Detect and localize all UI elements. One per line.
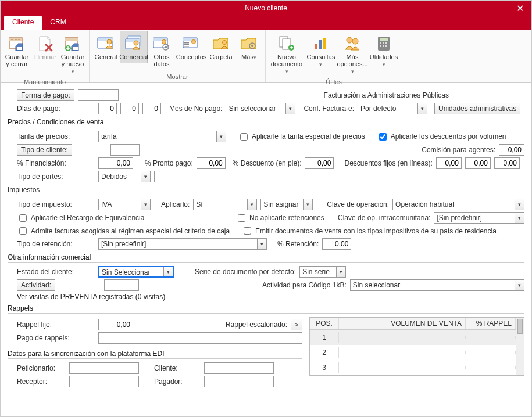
recargo-checkbox[interactable]: Aplicarle el Recargo de Equivalencia (17, 213, 232, 224)
save-close-button[interactable]: Guardary cerrar (3, 31, 31, 70)
tipo-cliente-input[interactable] (110, 144, 140, 156)
no-retenciones-checkbox[interactable]: No aplicarle retenciones (235, 213, 334, 224)
tab-cliente[interactable]: Cliente (4, 16, 42, 30)
actividad-input[interactable] (104, 279, 139, 291)
pronto-pago-label: % Pronto pago: (145, 159, 193, 167)
label: Más (347, 53, 359, 60)
actividad-1kb-select[interactable]: Sin seleccionar▾ (350, 279, 524, 291)
rappel-fijo-input[interactable] (98, 319, 133, 330)
emitir-doc-checkbox[interactable]: Emitir documentos de venta con los tipos… (241, 225, 497, 236)
carpeta-button[interactable]: Carpeta (207, 31, 235, 63)
rappel-table[interactable]: POS. VOLUMEN DE VENTA % RAPPEL 1 2 3 (309, 317, 524, 376)
col-rappel: % RAPPEL (466, 318, 516, 329)
otros-datos-button[interactable]: Otrosdatos (148, 31, 176, 70)
dias-pago-2-input[interactable] (120, 103, 139, 114)
label: Eliminar (33, 53, 56, 60)
pct-reten-input[interactable] (322, 238, 351, 250)
tipo-portes-note-input[interactable] (154, 171, 524, 182)
table-row[interactable]: 3 (310, 360, 516, 375)
forma-pago-input[interactable] (78, 89, 119, 101)
preventa-link[interactable]: Ver visitas de PREVENTA registradas (0 v… (8, 293, 165, 301)
serie-label: Serie de documento por defecto: (195, 268, 296, 276)
tipo-reten-select[interactable]: [Sin predefinir]▾ (98, 238, 267, 250)
dias-pago-3-input[interactable] (142, 103, 161, 114)
chevron-down-icon: ▾ (303, 199, 312, 210)
chevron-down-icon: ▾ (141, 171, 150, 182)
sin-asignar-select[interactable]: Sin asignar▾ (260, 199, 313, 210)
table-row[interactable]: 2 (310, 345, 516, 360)
delete-button[interactable]: Eliminar (31, 31, 59, 63)
title-bar: Nuevo cliente ✕ (1, 1, 531, 16)
tipo-impuesto-select[interactable]: IVA▾ (98, 199, 151, 210)
serie-select[interactable]: Sin serie▾ (299, 266, 346, 278)
aplicarlo-select[interactable]: Sí▾ (193, 199, 257, 210)
peticionario-label: Peticionario: (8, 364, 66, 372)
ribbon-group-label: Mostrar (166, 73, 188, 81)
estado-cliente-select[interactable]: Sin Seleccionar▾ (98, 266, 174, 278)
clave-intra-label: Clave de op. intracomunitaria: (338, 214, 430, 222)
svg-rect-37 (319, 40, 322, 49)
facturacion-ap-label: Facturación a Administraciones Públicas (324, 91, 449, 99)
financiacion-input[interactable] (98, 157, 133, 169)
col-pos: POS. (310, 318, 339, 329)
descuentos-volumen-checkbox[interactable]: Aplicarle los descuentos por volumen (377, 131, 506, 142)
chevron-down-icon: ▾ (257, 239, 266, 249)
comision-input[interactable] (499, 144, 524, 156)
chevron-down-icon: ▾ (336, 267, 345, 277)
desc-fijos-3-input[interactable] (494, 157, 520, 169)
estado-label: Estado del cliente: (8, 268, 95, 276)
scrollbar[interactable] (516, 318, 524, 375)
tipo-cliente-button[interactable]: Tipo de cliente: (17, 144, 72, 156)
ribbon-group-mostrar: General Comercial Otrosdatos Conceptos C… (90, 30, 266, 82)
pronto-pago-input[interactable] (197, 157, 226, 169)
desc-pie-label: % Descuento (en pie): (233, 159, 302, 167)
pagador-input[interactable] (204, 376, 274, 387)
svg-point-32 (251, 45, 253, 47)
tarifa-especial-checkbox[interactable]: Aplicarle la tarifa especial de precios (238, 131, 365, 142)
criterio-caja-checkbox[interactable]: Admite facturas acogidas al régimen espe… (17, 225, 238, 236)
rappel-escalonado-button[interactable]: > (291, 319, 302, 330)
svg-rect-43 (380, 42, 381, 44)
desc-pie-input[interactable] (305, 157, 334, 169)
tarifa-select[interactable]: tarifa▾ (98, 131, 226, 142)
clave-op-select[interactable]: Operación habitual▾ (392, 199, 524, 210)
mas-opciones-button[interactable]: Másopciones... ▾ (337, 31, 368, 78)
svg-rect-47 (383, 45, 384, 47)
section-otra: Otra información comercial (8, 253, 524, 263)
forma-pago-button[interactable]: Forma de pago: (17, 89, 74, 101)
consultas-button[interactable]: Consultas▾ (305, 31, 337, 71)
unidades-button[interactable]: Unidades administrativas (434, 103, 520, 114)
folder-person-icon (212, 34, 230, 53)
mas-button[interactable]: Más▾ (235, 31, 263, 64)
comercial-button[interactable]: Comercial (120, 31, 148, 63)
dias-pago-1-input[interactable] (98, 103, 117, 114)
ribbon: Guardary cerrar Eliminar Guardary nuevo … (1, 30, 531, 83)
desc-fijos-2-input[interactable] (465, 157, 491, 169)
pago-rappels-input[interactable] (98, 332, 302, 344)
receptor-label: Receptor: (8, 378, 66, 386)
cliente-edi-input[interactable] (204, 362, 274, 374)
pagador-label: Pagador: (154, 378, 201, 386)
nuevo-documento-button[interactable]: Nuevodocumento ▾ (268, 31, 305, 78)
receptor-input[interactable] (69, 376, 139, 387)
save-new-button[interactable]: Guardary nuevo ▾ (59, 31, 87, 78)
table-row[interactable]: 1 (310, 330, 516, 345)
utilidades-button[interactable]: Utilidades▾ (368, 31, 399, 71)
rappel-escalonado-label: Rappel escalonado: (226, 321, 287, 329)
svg-rect-27 (184, 42, 189, 44)
conceptos-button[interactable]: Conceptos (176, 31, 207, 63)
close-icon[interactable]: ✕ (508, 1, 531, 16)
tipo-impuesto-label: Tipo de impuesto: (8, 200, 95, 208)
chevron-down-icon: ▾ (515, 280, 524, 290)
documents-plus-icon (277, 34, 296, 53)
tipo-portes-select[interactable]: Debidos▾ (98, 171, 151, 182)
actividad-button[interactable]: Actividad: (17, 279, 55, 291)
mes-no-pago-select[interactable]: Sin seleccionar▾ (226, 103, 295, 114)
peticionario-input[interactable] (69, 362, 139, 374)
clave-intra-select[interactable]: [Sin predefinir]▾ (434, 212, 524, 224)
conf-factura-select[interactable]: Por defecto▾ (358, 103, 427, 114)
save-new-icon (63, 34, 82, 53)
tab-crm[interactable]: CRM (42, 16, 74, 30)
general-button[interactable]: General (92, 31, 120, 63)
desc-fijos-1-input[interactable] (436, 157, 462, 169)
